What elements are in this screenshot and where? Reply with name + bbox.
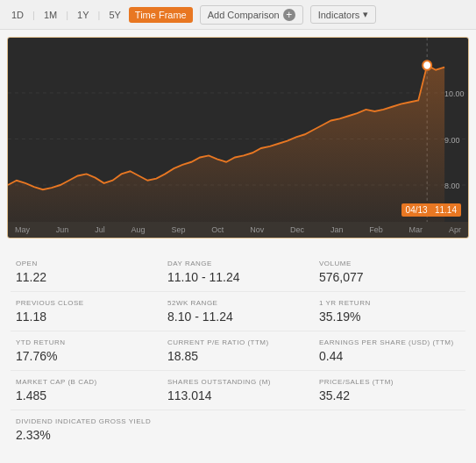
separator-1: | — [32, 10, 35, 20]
x-label-feb: Feb — [369, 225, 383, 234]
x-label-jun: Jun — [56, 225, 69, 234]
x-label-mar: Mar — [409, 225, 423, 234]
svg-text:10.00: 10.00 — [444, 89, 464, 98]
x-label-sep: Sep — [171, 225, 185, 234]
chart-container: 10.00 9.00 8.00 04/13 11.14 May — [7, 37, 469, 239]
x-label-jan: Jan — [330, 225, 344, 234]
x-label-oct: Oct — [211, 225, 224, 234]
timeframe-1y-button[interactable]: 1Y — [73, 7, 93, 23]
stat-market-cap-label: MARKET CAP (B CAD) — [16, 378, 157, 386]
x-label-may: May — [15, 225, 30, 234]
svg-text:8.00: 8.00 — [444, 182, 459, 190]
stat-ytd-return: YTD RETURN 17.76% — [11, 331, 162, 371]
svg-text:9.00: 9.00 — [444, 135, 459, 144]
stat-price-sales: PRICE/SALES (TTM) 35.42 — [314, 371, 465, 410]
stat-eps-label: EARNINGS PER SHARE (USD) (TTM) — [319, 338, 460, 346]
stat-prev-close: PREVIOUS CLOSE 11.18 — [11, 292, 162, 331]
stat-volume: VOLUME 576,077 — [314, 253, 465, 292]
indicators-label: Indicators — [318, 10, 360, 20]
plus-icon: + — [283, 9, 295, 21]
chart-svg: 10.00 9.00 8.00 — [8, 38, 468, 222]
stat-1yr-return-value: 35.19% — [319, 310, 460, 324]
stat-day-range-label: DAY RANGE — [167, 260, 309, 267]
stat-prev-close-value: 11.18 — [16, 310, 157, 324]
stat-price-sales-label: PRICE/SALES (TTM) — [319, 378, 460, 386]
stat-eps-value: 0.44 — [319, 349, 460, 363]
stat-1yr-return-label: 1 YR RETURN — [319, 299, 460, 307]
chart-area[interactable]: 10.00 9.00 8.00 04/13 11.14 — [8, 38, 468, 222]
stat-ytd-return-value: 17.76% — [16, 349, 157, 363]
timeframe-1m-button[interactable]: 1M — [39, 7, 61, 23]
stat-pe-ratio-label: CURRENT P/E RATIO (TTM) — [167, 338, 309, 346]
stat-prev-close-label: PREVIOUS CLOSE — [16, 299, 157, 307]
stat-empty-2 — [314, 410, 465, 449]
stat-pe-ratio-value: 18.85 — [167, 349, 309, 363]
x-label-jul: Jul — [95, 225, 105, 234]
timeframe-5y-button[interactable]: 5Y — [104, 7, 124, 23]
stats-grid: OPEN 11.22 DAY RANGE 11.10 - 11.24 VOLUM… — [0, 246, 476, 456]
stat-dividend-yield: DIVIDEND INDICATED GROSS YIELD 2.33% — [11, 410, 162, 449]
stat-market-cap: MARKET CAP (B CAD) 1.485 — [11, 371, 162, 410]
stat-open-value: 11.22 — [16, 270, 157, 284]
stat-52wk-range: 52WK RANGE 8.10 - 11.24 — [162, 292, 314, 331]
stat-open: OPEN 11.22 — [11, 253, 162, 292]
stat-52wk-range-value: 8.10 - 11.24 — [167, 310, 309, 324]
stat-1yr-return: 1 YR RETURN 35.19% — [314, 292, 465, 331]
svg-point-7 — [423, 61, 431, 70]
toolbar: 1D | 1M | 1Y | 5Y Time Frame Add Compari… — [0, 0, 476, 30]
stat-shares-outstanding: SHARES OUTSTANDING (M) 113.014 — [162, 371, 314, 410]
stat-dividend-yield-label: DIVIDEND INDICATED GROSS YIELD — [16, 417, 157, 425]
separator-2: | — [66, 10, 68, 20]
stat-eps: EARNINGS PER SHARE (USD) (TTM) 0.44 — [314, 331, 465, 371]
stat-day-range: DAY RANGE 11.10 - 11.24 — [162, 253, 314, 292]
stat-pe-ratio: CURRENT P/E RATIO (TTM) 18.85 — [162, 331, 314, 371]
stat-price-sales-value: 35.42 — [319, 388, 460, 402]
stat-market-cap-value: 1.485 — [16, 388, 157, 402]
stat-shares-outstanding-value: 113.014 — [167, 388, 309, 402]
x-label-dec: Dec — [290, 225, 304, 234]
time-frame-button[interactable]: Time Frame — [129, 7, 193, 23]
tooltip-date: 04/13 — [406, 205, 428, 215]
chart-tooltip: 04/13 11.14 — [401, 203, 461, 217]
add-comparison-label: Add Comparison — [208, 10, 280, 20]
stat-52wk-range-label: 52WK RANGE — [167, 299, 309, 307]
x-label-apr: Apr — [449, 225, 461, 234]
x-axis: May Jun Jul Aug Sep Oct Nov Dec Jan Feb … — [8, 222, 468, 238]
chevron-down-icon: ▾ — [363, 9, 368, 20]
x-label-aug: Aug — [131, 225, 146, 234]
indicators-button[interactable]: Indicators ▾ — [310, 5, 377, 24]
tooltip-value: 11.14 — [435, 205, 457, 215]
x-label-nov: Nov — [250, 225, 264, 234]
add-comparison-button[interactable]: Add Comparison + — [200, 5, 303, 25]
stat-day-range-value: 11.10 - 11.24 — [167, 270, 309, 284]
stat-volume-label: VOLUME — [319, 260, 460, 267]
separator-3: | — [98, 10, 101, 20]
stat-empty-1 — [162, 410, 314, 449]
stat-volume-value: 576,077 — [319, 270, 460, 284]
stat-open-label: OPEN — [16, 260, 157, 267]
timeframe-1d-button[interactable]: 1D — [7, 7, 28, 23]
stat-ytd-return-label: YTD RETURN — [16, 338, 157, 346]
stat-dividend-yield-value: 2.33% — [16, 428, 157, 442]
stat-shares-outstanding-label: SHARES OUTSTANDING (M) — [167, 378, 309, 386]
